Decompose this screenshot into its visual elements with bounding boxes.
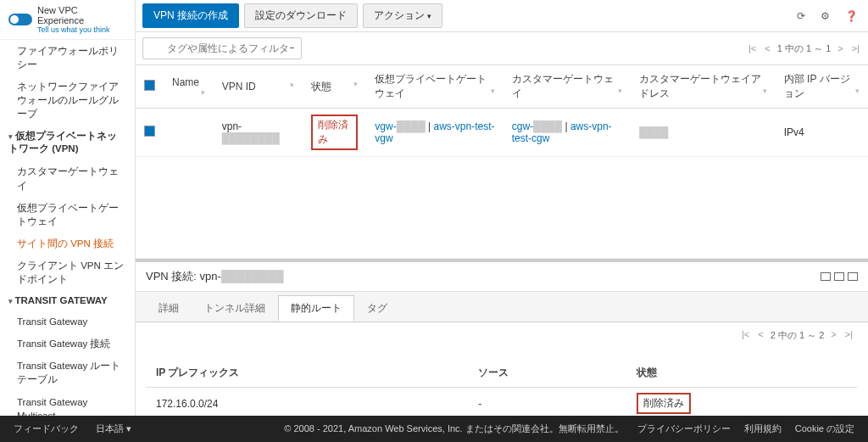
sub-pager-prev-icon[interactable]: < (756, 329, 765, 342)
route-state: 削除済み (626, 388, 858, 417)
pager: |< < 1 中の 1 ～ 1 > >| (747, 42, 861, 55)
table-row[interactable]: vpn-████████ 削除済み vgw-████ | aws-vpn-tes… (136, 109, 868, 157)
sidebar: New VPC Experience Tell us what you thin… (0, 0, 136, 416)
cell-ipver: IPv4 (776, 109, 868, 157)
route-col-source[interactable]: ソース (468, 359, 626, 388)
pager-next-icon[interactable]: > (836, 43, 844, 53)
col-cgw-addr[interactable]: カスタマーゲートウェイアドレス (631, 65, 775, 109)
tabs: 詳細 トンネル詳細 静的ルート タグ (136, 292, 868, 322)
col-name[interactable]: Name (164, 65, 214, 109)
footer-lang[interactable]: 日本語 ▾ (96, 422, 131, 435)
select-all-checkbox[interactable] (144, 80, 155, 91)
tab-static-routes[interactable]: 静的ルート (278, 295, 354, 322)
route-col-prefix[interactable]: IP プレフィックス (146, 359, 468, 388)
download-config-button[interactable]: 設定のダウンロード (244, 3, 358, 28)
tab-details[interactable]: 詳細 (146, 295, 192, 322)
content: VPN 接続の作成 設定のダウンロード アクション ⟳ ⚙ ❓ |< < 1 中… (136, 0, 868, 416)
cell-name (164, 109, 214, 157)
col-ipver[interactable]: 内部 IP バージョン (776, 65, 868, 109)
layout-icon-1[interactable] (821, 272, 831, 281)
footer-copy: © 2008 - 2021, Amazon Web Services, Inc.… (284, 422, 623, 435)
sub-pager: |< < 2 中の 1 ～ 2 > >| (136, 322, 868, 349)
pager-prev-icon[interactable]: < (763, 43, 771, 53)
pager-last-icon[interactable]: >| (850, 43, 861, 53)
footer-privacy[interactable]: プライバシーポリシー (637, 422, 731, 435)
sidebar-group-tgw[interactable]: TRANSIT GATEWAY (0, 290, 135, 311)
new-exp-sub[interactable]: Tell us what you think (37, 25, 126, 34)
toolbar: VPN 接続の作成 設定のダウンロード アクション ⟳ ⚙ ❓ (136, 0, 868, 32)
sidebar-item-tgw-multicast[interactable]: Transit Gateway Multicast (0, 391, 135, 417)
toggle-switch[interactable] (8, 14, 32, 25)
sidebar-item-fw-policy[interactable]: ファイアウォールポリシー (0, 40, 135, 76)
footer-feedback[interactable]: フィードバック (14, 422, 79, 435)
tab-tags[interactable]: タグ (354, 295, 400, 322)
col-cgw[interactable]: カスタマーゲートウェイ (504, 65, 632, 109)
col-vpnid[interactable]: VPN ID (214, 65, 303, 109)
vpn-table: Name VPN ID 状態 仮想プライベートゲートウェイ カスタマーゲートウェ… (136, 65, 868, 259)
sub-pager-next-icon[interactable]: > (829, 329, 837, 342)
actions-button[interactable]: アクション (363, 3, 442, 28)
footer: フィードバック 日本語 ▾ © 2008 - 2021, Amazon Web … (0, 416, 868, 442)
cell-cgw: cgw-████ | aws-vpn-test-cgw (504, 109, 632, 157)
pager-first-icon[interactable]: |< (747, 43, 758, 53)
sidebar-item-fw-rules[interactable]: ネットワークファイアウォールのルールグループ (0, 76, 135, 125)
route-row[interactable]: 172.16.0.0/24 - 削除済み (146, 388, 858, 417)
sidebar-item-client-vpn[interactable]: クライアント VPN エンドポイント (0, 255, 135, 290)
sub-pager-last-icon[interactable]: >| (843, 329, 854, 342)
pager-text: 1 中の 1 ～ 1 (777, 42, 832, 55)
col-state[interactable]: 状態 (303, 65, 366, 109)
help-icon[interactable]: ❓ (842, 7, 861, 25)
sidebar-item-cgw[interactable]: カスタマーゲートウェイ (0, 160, 135, 196)
sub-pager-first-icon[interactable]: |< (740, 329, 751, 342)
row-checkbox[interactable] (144, 126, 155, 137)
new-vpc-experience[interactable]: New VPC Experience Tell us what you thin… (0, 0, 135, 40)
col-vgw[interactable]: 仮想プライベートゲートウェイ (366, 65, 503, 109)
cell-state: 削除済み (303, 109, 366, 157)
create-vpn-button[interactable]: VPN 接続の作成 (142, 3, 239, 28)
cell-cgw-addr: ████ (631, 109, 775, 157)
detail-panel: VPN 接続: vpn-████████ 詳細 トンネル詳細 静的ルート タグ … (136, 262, 868, 416)
sub-pager-text: 2 中の 1 ～ 2 (771, 329, 825, 342)
cell-vpnid: vpn-████████ (214, 109, 303, 157)
footer-cookie[interactable]: Cookie の設定 (795, 422, 854, 435)
layout-icon-3[interactable] (848, 272, 858, 281)
footer-terms[interactable]: 利用規約 (744, 422, 782, 435)
new-exp-label: New VPC Experience (37, 5, 126, 25)
search-input[interactable] (142, 37, 302, 59)
route-col-state[interactable]: 状態 (626, 359, 858, 388)
sidebar-group-vpn[interactable]: 仮想プライベートネットワーク (VPN) (0, 125, 135, 160)
settings-icon[interactable]: ⚙ (817, 7, 833, 25)
route-prefix: 172.16.0.0/24 (146, 388, 468, 417)
sidebar-item-tgw[interactable]: Transit Gateway (0, 311, 135, 333)
cell-vgw: vgw-████ | aws-vpn-test-vgw (366, 109, 503, 157)
route-source: - (468, 388, 626, 417)
route-table: IP プレフィックス ソース 状態 172.16.0.0/24 - 削除済み (146, 359, 858, 416)
sidebar-item-tgw-route[interactable]: Transit Gateway ルートテーブル (0, 355, 135, 390)
sidebar-item-site-vpn[interactable]: サイト間の VPN 接続 (0, 232, 135, 255)
layout-icon-2[interactable] (834, 272, 844, 281)
sidebar-item-tgw-attach[interactable]: Transit Gateway 接続 (0, 333, 135, 355)
sidebar-item-vgw[interactable]: 仮想プライベートゲートウェイ (0, 197, 135, 232)
detail-title: VPN 接続: vpn-████████ (146, 269, 284, 284)
search-bar: |< < 1 中の 1 ～ 1 > >| (136, 32, 868, 65)
refresh-icon[interactable]: ⟳ (793, 7, 809, 25)
tab-tunnel[interactable]: トンネル詳細 (192, 295, 278, 322)
